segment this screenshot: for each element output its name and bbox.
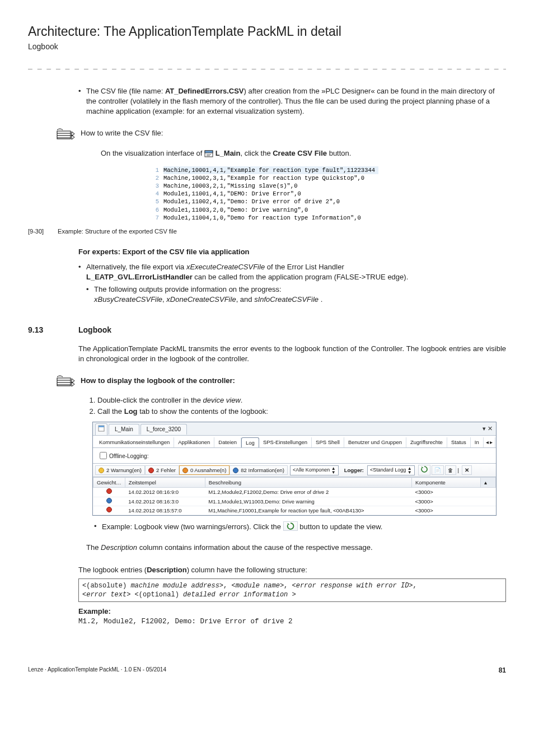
svg-rect-5 xyxy=(205,151,213,153)
logger-select[interactable]: <Standard Logg ▲▼ xyxy=(367,465,415,475)
svg-rect-13 xyxy=(99,426,104,427)
txt: ) column have the following structure: xyxy=(187,566,307,574)
lbl: 2 Fehler xyxy=(156,466,176,474)
lbl: <Alle Komponen xyxy=(293,467,330,473)
experts-head: For experts: Export of the CSV file via … xyxy=(78,247,506,257)
warn-icon xyxy=(99,468,104,473)
table-row[interactable]: 14.02.2012 08:16:3:0 M1.1,Module1,W11003… xyxy=(93,497,496,506)
txt: button to update the view. xyxy=(299,522,382,531)
intro-pre: The CSV file (file name: xyxy=(86,87,165,95)
filter-exc[interactable]: 0 Ausnahme(n) xyxy=(179,465,229,475)
offline-label: Offline-Logging: xyxy=(109,453,148,459)
tab-l-main[interactable]: L_Main xyxy=(109,424,139,435)
step-2: Call the Log tab to show the contents of… xyxy=(97,407,506,417)
subtab-log[interactable]: Log xyxy=(241,437,259,448)
cell-comp: <3000> xyxy=(412,488,481,497)
filter-info[interactable]: 82 Information(en) xyxy=(229,465,288,475)
it: Description xyxy=(101,543,137,552)
caption-text: Example: Structure of the exported CSV f… xyxy=(58,228,177,235)
subtab-sps-settings[interactable]: SPS-Einstellungen xyxy=(259,437,312,447)
csv-caption: [9-30] Example: Structure of the exporte… xyxy=(28,227,506,236)
col-sev[interactable]: Gewicht… xyxy=(93,478,125,488)
logger-label: Logger: xyxy=(344,466,364,474)
txt: tab to show the contents of the logbook: xyxy=(138,407,268,416)
close-button[interactable]: ✕ xyxy=(462,465,472,475)
scroll-up[interactable]: ▴ xyxy=(481,478,496,488)
section-para: The ApplicationTemplate PackML transmits… xyxy=(78,344,506,364)
log-screenshot: L_Main L_force_3200 ▾ ✕ Kommunikationsei… xyxy=(92,422,496,516)
step-1: Double-click the controller in the devic… xyxy=(97,395,506,405)
tab-l-force[interactable]: L_force_3200 xyxy=(140,424,187,435)
error-icon xyxy=(148,468,154,473)
component-select[interactable]: <Alle Komponen ▲▼ xyxy=(290,465,339,475)
subtab-rights[interactable]: Zugriffsrechte xyxy=(406,437,447,447)
handler-name: L_EATP_GVL.ErrorListHandler xyxy=(86,273,193,281)
txt: The xyxy=(86,543,101,552)
csv-line: Machine,10001,4,1,"Example for reaction … xyxy=(163,166,378,174)
subtab-comm[interactable]: Kommunikationseinstellungen xyxy=(95,437,174,447)
subtab-in[interactable]: In xyxy=(471,437,484,447)
error-icon xyxy=(106,488,112,494)
export-button[interactable]: 📄 xyxy=(432,465,444,475)
vars: xBusyCreateCSVFile xyxy=(94,295,162,304)
cell-desc: M1.2,Module2,F12002,Demo: Drive error of… xyxy=(205,488,411,497)
howto-post: button. xyxy=(327,149,351,157)
col-ts[interactable]: Zeitstempel xyxy=(125,478,205,488)
col-comp[interactable]: Komponente xyxy=(412,478,481,488)
structure-intro: The logbook entries (Description) column… xyxy=(78,565,506,575)
exc-icon xyxy=(182,468,188,473)
subtab-files[interactable]: Dateien xyxy=(214,437,241,447)
steps-icon xyxy=(56,374,76,388)
table-row[interactable]: 14.02.2012 08:15:57:0 M1,Machine,F10001,… xyxy=(93,506,496,515)
panel-menu-icon[interactable]: ▾ ✕ xyxy=(483,424,494,433)
filter-warn[interactable]: 2 Warnung(en) xyxy=(95,465,145,475)
csv-line: Module1,11002,4,1,"Demo: Drive error of … xyxy=(163,198,340,205)
refresh-icon-inline xyxy=(283,521,298,531)
lbl: 82 Information(en) xyxy=(241,466,284,474)
example-head: Example: xyxy=(78,606,506,617)
cell-comp: <3000> xyxy=(412,497,481,506)
offline-logging-checkbox[interactable]: Offline-Logging: xyxy=(97,453,148,459)
subtab-apps[interactable]: Applikationen xyxy=(174,437,214,447)
txt: column contains information about the ca… xyxy=(137,543,373,552)
vars: sInfoCreateCSVFile xyxy=(254,295,318,304)
page-title: Architecture: The ApplicationTemplate Pa… xyxy=(28,22,506,40)
txt: can be called from the application progr… xyxy=(193,273,409,281)
cell-ts: 14.02.2012 08:16:3:0 xyxy=(125,497,205,506)
cell-ts: 14.02.2012 08:16:9:0 xyxy=(125,488,205,497)
subtab-status[interactable]: Status xyxy=(447,437,471,447)
filter-err[interactable]: 2 Fehler xyxy=(145,465,179,475)
section-title: Logbook xyxy=(78,325,111,336)
error-icon xyxy=(106,507,112,512)
pou-icon xyxy=(204,150,213,157)
txt: The following outputs provide informatio… xyxy=(94,285,282,293)
lbl: 2 Warnung(en) xyxy=(106,466,142,474)
howto-csv-label: How to write the CSV file: xyxy=(81,128,163,138)
txt: Example: Logbook view (two warnings/erro… xyxy=(102,522,283,531)
howto-mid: , click the xyxy=(240,149,273,157)
col-desc[interactable]: Beschreibung xyxy=(205,478,411,488)
subtab-users[interactable]: Benutzer und Gruppen xyxy=(344,437,406,447)
create-csv-button-label: Create CSV File xyxy=(273,149,327,157)
txt: of the Error List Handler xyxy=(265,263,344,271)
csv-line: Machine,10002,3,1,"Example for reaction … xyxy=(163,175,364,181)
page-number: 81 xyxy=(499,666,506,675)
subtab-nav[interactable]: ◂ ▸ xyxy=(484,437,496,447)
example-line: M1.2, Module2, F12002, Demo: Drive Error… xyxy=(78,617,506,627)
footer-left: Lenze · ApplicationTemplate PackML · 1.0… xyxy=(28,666,166,675)
csv-line: Module1,11004,1,0,"Demo for reaction typ… xyxy=(163,214,361,221)
refresh-button[interactable] xyxy=(418,465,430,475)
tab-icon[interactable] xyxy=(95,423,107,435)
subtab-sps-shell[interactable]: SPS Shell xyxy=(312,437,344,447)
cell-comp: <3000> xyxy=(412,506,481,515)
txt: The logbook entries ( xyxy=(78,566,147,574)
txt: Alternatively, the file export via xyxy=(86,263,186,271)
bold: Log xyxy=(124,407,138,416)
howto-log-label: How to display the logbook of the contro… xyxy=(81,376,235,386)
clear-button[interactable]: 🗑 xyxy=(445,465,456,475)
experts-bullet-2: The following outputs provide informatio… xyxy=(86,284,506,305)
vars: xDoneCreateCSVFile xyxy=(166,295,236,304)
table-row[interactable]: 14.02.2012 08:16:9:0 M1.2,Module2,F12002… xyxy=(93,488,496,497)
info-icon xyxy=(106,498,112,503)
cell-desc: M1.1,Module1,W11003,Demo: Drive warning xyxy=(205,497,411,506)
